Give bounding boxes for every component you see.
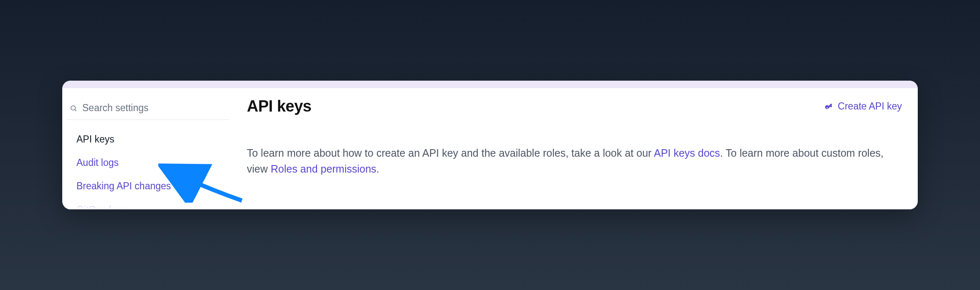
- key-icon: [825, 102, 834, 111]
- description-text: To learn more about how to create an API…: [247, 145, 890, 177]
- svg-line-1: [75, 109, 76, 111]
- roles-permissions-link[interactable]: Roles and permissions: [271, 163, 376, 175]
- create-api-key-button[interactable]: Create API key: [825, 101, 902, 112]
- top-accent-bar: [62, 81, 918, 88]
- main-content: API keys Create API key To learn more ab…: [229, 88, 918, 209]
- sidebar-item-audit-logs[interactable]: Audit logs: [76, 151, 229, 174]
- search-input[interactable]: [82, 102, 226, 114]
- sidebar-item-breaking-api-changes[interactable]: Breaking API changes: [76, 174, 229, 198]
- content-wrapper: API keys Audit logs Breaking API changes…: [62, 88, 918, 209]
- search-row: [66, 101, 229, 120]
- search-icon: [70, 104, 77, 112]
- page-title: API keys: [247, 97, 311, 115]
- settings-card: API keys Audit logs Breaking API changes…: [62, 81, 918, 209]
- api-keys-docs-link[interactable]: API keys docs: [654, 147, 720, 159]
- settings-sidebar: API keys Audit logs Breaking API changes…: [62, 88, 229, 209]
- sidebar-item-api-keys[interactable]: API keys: [76, 127, 229, 151]
- sidebar-item-gitops-logs[interactable]: GitOps logs: [76, 198, 229, 209]
- svg-point-0: [71, 106, 76, 110]
- desc-part1: To learn more about how to create an API…: [247, 147, 654, 159]
- nav-list: API keys Audit logs Breaking API changes…: [66, 120, 229, 209]
- desc-part3: .: [376, 163, 379, 175]
- create-api-key-label: Create API key: [838, 101, 902, 112]
- main-header: API keys Create API key: [247, 97, 902, 115]
